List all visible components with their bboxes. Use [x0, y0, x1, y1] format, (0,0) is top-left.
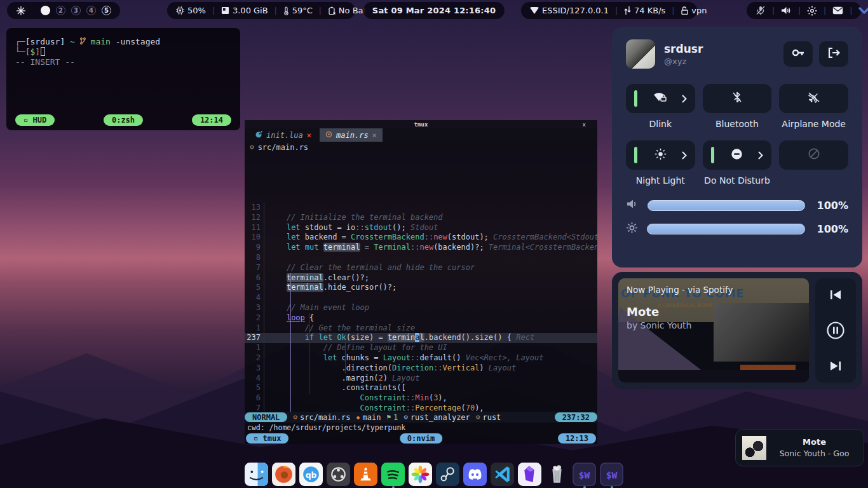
dock-item-qbittorrent[interactable]: qb — [299, 463, 323, 486]
blocked-icon — [808, 147, 820, 163]
notification-title: Mote — [771, 437, 857, 447]
window-titlebar[interactable]: tmux x — [245, 120, 597, 128]
line-number: 1 — [245, 343, 264, 353]
dock-item-steam[interactable] — [436, 463, 459, 486]
editor-tab-main.rs[interactable]: main.rs× — [320, 128, 383, 142]
wifi-stat: ESSID/127.0.0.1 — [530, 6, 609, 15]
workspace-5[interactable]: 5 — [102, 6, 111, 15]
minus-circle-icon — [731, 148, 743, 163]
dock-item-trash[interactable] — [545, 463, 569, 486]
updown-arrows-icon — [624, 6, 631, 15]
workspace-3[interactable]: 3 — [71, 6, 81, 15]
toggle-label: Bluetooth — [703, 119, 772, 130]
tmux-session-pill[interactable]: ▫ HUD — [15, 114, 55, 126]
toggle-label: Airplane Mode — [779, 119, 848, 130]
tmux-window-pill[interactable]: 0:nvim — [400, 433, 442, 444]
chevron-right-icon[interactable] — [682, 95, 687, 103]
chevron-down-icon[interactable] — [858, 7, 868, 15]
toggle-dlink[interactable] — [626, 84, 695, 113]
dock-item-finder[interactable] — [245, 463, 268, 486]
gear-icon: ⚙ — [403, 413, 408, 421]
dock-item-vlc[interactable] — [354, 463, 377, 486]
toggle-blocked[interactable] — [779, 140, 848, 170]
line-number: 4 — [245, 293, 264, 303]
dock-item-photos[interactable] — [409, 463, 432, 486]
chevron-right-icon[interactable] — [758, 151, 763, 159]
tab-close-icon[interactable]: × — [372, 131, 377, 140]
workspace-1[interactable] — [41, 6, 50, 15]
brightness-slider[interactable] — [647, 224, 805, 234]
dock-item-typerpunk-1[interactable]: $W — [573, 463, 596, 486]
album-art[interactable]: OF PUNK TO COME A CHIMERICAL BOMBINATION… — [618, 278, 809, 383]
essid-value: ESSID/127.0.0.1 — [542, 6, 609, 15]
dock-item-discord[interactable] — [463, 463, 487, 486]
code-line: 7 Constraint::Percentage(70), — [245, 403, 597, 412]
workspace-4[interactable]: 4 — [86, 6, 96, 15]
workspace-2[interactable]: 2 — [56, 6, 65, 15]
notification-popup[interactable]: Mote Sonic Youth - Goo — [735, 429, 864, 466]
volume-icon[interactable] — [781, 6, 792, 15]
user-row: srdusr @xyz — [626, 39, 848, 69]
distro-logo-icon — [16, 6, 26, 16]
dock-item-firefox[interactable] — [272, 463, 295, 486]
network-island[interactable]: ESSID/127.0.0.1 | 74 KB/s | vpn — [521, 2, 697, 19]
code-editor-area[interactable]: 13 12 // Initialize the terminal backend… — [245, 152, 597, 412]
volume-slider-row: 100% — [626, 198, 848, 212]
terminal-cursor[interactable] — [41, 47, 45, 56]
clock-island[interactable]: Sat 09 Mar 2024 12:16:40 — [363, 2, 505, 19]
line-number: 3 — [245, 303, 264, 313]
workspaces-island: 2345 — [7, 2, 120, 19]
keyring-button[interactable] — [783, 41, 813, 67]
toggle-do-not-disturb[interactable] — [703, 140, 772, 170]
toggle-airplane-mode[interactable] — [779, 84, 848, 113]
cwd-line: cwd: /home/srdusr/projects/typerpunk — [245, 423, 597, 432]
editor-tab-init.lua[interactable]: init.lua× — [250, 128, 317, 142]
dock-item-obsidian[interactable] — [518, 463, 541, 486]
terminal-prompt-line2: └─[$] — [15, 47, 231, 57]
line-number: 1 — [245, 323, 264, 334]
top-status-bar: 2345 50% | 3.00 GiB | 59°C | No Bat Sat … — [0, 2, 868, 19]
winbar: ⚙ src/main.rs — [245, 142, 597, 152]
cursor-position-pill: 237:32 — [555, 412, 597, 422]
ram-value: 3.00 GiB — [233, 6, 268, 15]
settings-gear-icon[interactable] — [807, 6, 817, 16]
git-icon: ◆ — [356, 414, 360, 421]
mail-icon[interactable] — [832, 6, 843, 15]
dock-item-obs[interactable] — [327, 463, 350, 486]
active-indicator — [634, 90, 637, 107]
volume-slider[interactable] — [648, 200, 805, 211]
next-track-button[interactable] — [829, 360, 843, 372]
user-name: srdusr — [664, 43, 703, 55]
indent-guide — [345, 343, 346, 374]
tmux-clock-pill: 12:13 — [558, 433, 596, 444]
notification-album-thumbnail — [742, 436, 766, 460]
line-number: 4 — [245, 374, 264, 384]
pause-button[interactable] — [826, 321, 845, 340]
dock-item-vscode[interactable] — [491, 463, 514, 486]
terminal-window: ┌─[srdusr] ~ main -unstaged └─[$] -- INS… — [6, 28, 240, 130]
toggle-label — [779, 175, 848, 186]
track-title: Mote — [627, 305, 733, 318]
window-title: tmux — [414, 121, 428, 128]
mic-muted-icon[interactable] — [756, 6, 766, 15]
tmux-session-pill[interactable]: ▫ tmux — [246, 433, 288, 444]
user-handle: @xyz — [664, 57, 703, 66]
vpn-stat: vpn — [681, 6, 707, 15]
previous-track-button[interactable] — [829, 288, 843, 301]
netspeed-value: 74 KB/s — [634, 6, 665, 15]
chevron-right-icon[interactable] — [682, 151, 687, 159]
bluetooth-off-icon — [732, 92, 742, 105]
tmux-editor-window: tmux x init.lua×main.rs× ⚙ src/main.rs 1… — [245, 120, 597, 444]
temperature-stat: 59°C — [283, 6, 313, 15]
dock-item-typerpunk-2[interactable]: $W — [600, 463, 623, 486]
dock-item-spotify[interactable] — [381, 463, 405, 486]
toggle-bluetooth[interactable] — [703, 84, 772, 113]
window-close-button[interactable]: x — [583, 121, 586, 128]
tmux-window-pill[interactable]: 0:zsh — [104, 114, 143, 126]
line-number: 11 — [245, 223, 264, 233]
winbar-filepath: src/main.rs — [258, 143, 308, 152]
logout-button[interactable] — [819, 41, 848, 67]
toggle-night-light[interactable] — [626, 140, 695, 170]
tab-close-icon[interactable]: × — [307, 131, 311, 140]
code-line: 4 .margin(2) Layout — [245, 374, 597, 384]
